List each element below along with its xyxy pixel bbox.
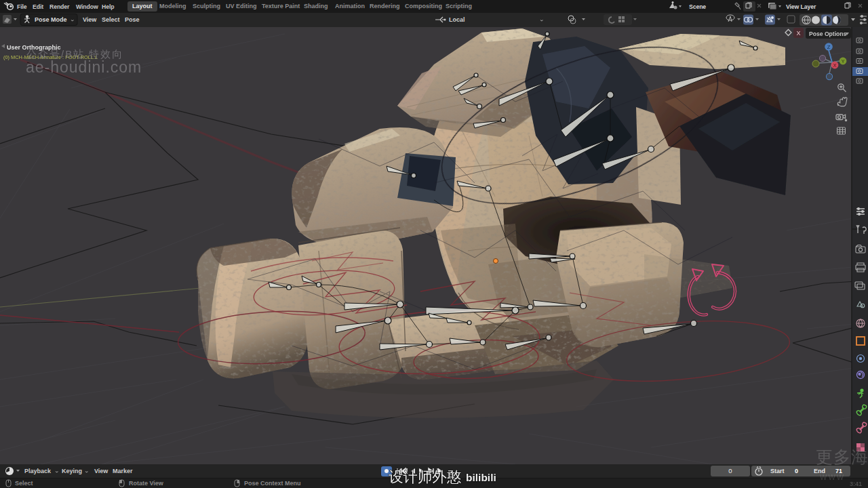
svg-text:设计师外憨: 设计师外憨 [389, 469, 462, 485]
svg-text:Pose Options: Pose Options [809, 30, 847, 37]
svg-text:X: X [833, 63, 837, 68]
svg-text:Y: Y [842, 59, 845, 64]
svg-text:X: X [796, 30, 800, 37]
svg-text:Z: Z [827, 44, 831, 50]
svg-text:bilibili: bilibili [466, 472, 496, 483]
